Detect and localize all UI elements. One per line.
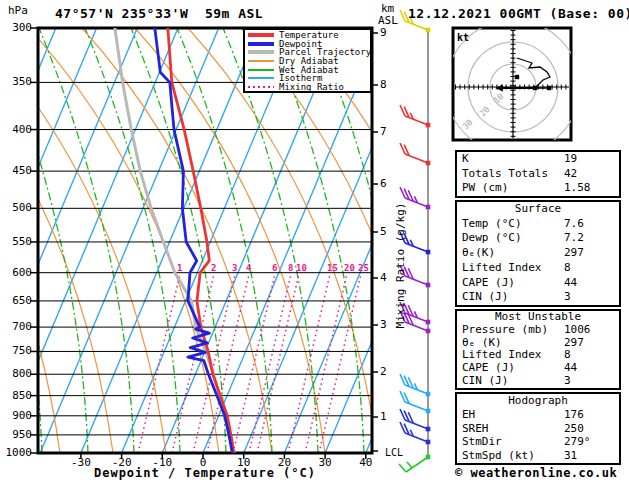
mixing-ratio-label: 10 <box>296 263 307 273</box>
stats-label: StmSpd (kt) <box>462 449 564 463</box>
stats-value: 7.2 <box>564 231 584 246</box>
pressure-tick-label: 900 <box>2 409 32 422</box>
stats-label: Totals Totals <box>462 167 564 182</box>
temp-tick-label: 0 <box>183 456 223 469</box>
temp-tick-label: 40 <box>346 456 386 469</box>
stats-value: 3 <box>564 290 571 305</box>
pressure-tick-label: 450 <box>2 164 32 177</box>
pressure-tick-label: 350 <box>2 75 32 88</box>
km-tick-label: 5 <box>380 225 387 238</box>
stats-value: 3 <box>564 375 571 388</box>
km-tick-label: 2 <box>380 365 387 378</box>
temp-tick-label: -20 <box>102 456 142 469</box>
pressure-tick-label: 650 <box>2 294 32 307</box>
stats-value: 1.58 <box>564 181 591 196</box>
hodograph-panel: 102030kt <box>446 20 580 154</box>
pressure-tick-label: 950 <box>2 428 32 441</box>
copyright-text: © weatheronline.co.uk <box>455 466 617 480</box>
pressure-tick-label: 700 <box>2 320 32 333</box>
stats-row: StmDir279° <box>457 435 619 449</box>
stats-label: Pressure (mb) <box>462 324 564 337</box>
mixing-ratio-label: 6 <box>272 263 277 273</box>
stats-label: StmDir <box>462 435 564 449</box>
pressure-unit-label: hPa <box>8 4 28 17</box>
skewt-sounding-page: 12346810152025102030kt hPa 47°57'N 235°3… <box>0 0 629 486</box>
wind-barb <box>399 455 430 472</box>
legend-swatch <box>248 40 274 48</box>
stats-value: 297 <box>564 246 584 261</box>
stats-row: PW (cm)1.58 <box>457 181 619 196</box>
stats-table: Most UnstablePressure (mb)1006θₑ (K)297L… <box>455 309 621 390</box>
pressure-tick-label: 800 <box>2 367 32 380</box>
stats-row: EH176 <box>457 408 619 422</box>
wind-barb <box>400 105 430 127</box>
km-tick-label: 9 <box>380 26 387 39</box>
temp-tick-label: 10 <box>224 456 264 469</box>
temp-tick-label: 30 <box>305 456 345 469</box>
stats-label: Temp (°C) <box>462 217 564 232</box>
stats-label: CIN (J) <box>462 375 564 388</box>
stats-row: SREH250 <box>457 422 619 436</box>
stats-label: Dewp (°C) <box>462 231 564 246</box>
pressure-tick-label: 550 <box>2 235 32 248</box>
mixing-ratio-label: 2 <box>211 263 216 273</box>
stats-row: Temp (°C)7.6 <box>457 217 619 232</box>
km-tick-label: 6 <box>380 177 387 190</box>
dewpoint-line <box>155 28 233 453</box>
legend-swatch <box>248 57 274 65</box>
lcl-label: LCL <box>385 447 403 458</box>
stats-row: StmSpd (kt)31 <box>457 449 619 463</box>
legend-swatch <box>248 66 274 74</box>
stats-label: EH <box>462 408 564 422</box>
mixing-ratio-label: 8 <box>288 263 293 273</box>
stats-table-header: Hodograph <box>457 394 619 408</box>
stats-label: θₑ(K) <box>462 246 564 261</box>
pressure-tick-label: 400 <box>2 123 32 136</box>
stats-value: 7.6 <box>564 217 584 232</box>
stats-table-header: Surface <box>457 202 619 217</box>
legend-swatch <box>248 31 274 39</box>
stats-row: Lifted Index8 <box>457 261 619 276</box>
run-title: 12.12.2021 00GMT (Base: 00) <box>408 6 629 21</box>
hodograph-marker <box>515 75 519 79</box>
stats-row: Totals Totals42 <box>457 167 619 182</box>
temp-tick-label: 20 <box>264 456 304 469</box>
stats-value: 44 <box>564 276 577 291</box>
legend-label: Mixing Ratio <box>279 83 344 91</box>
mixing-ratio-label: 20 <box>344 263 355 273</box>
stats-value: 250 <box>564 422 584 436</box>
temp-tick-label: -30 <box>61 456 101 469</box>
stats-value: 279° <box>564 435 591 449</box>
legend: TemperatureDewpointParcel TrajectoryDry … <box>243 28 372 93</box>
pressure-tick-label: 300 <box>2 21 32 34</box>
mixing-ratio-label: 15 <box>327 263 338 273</box>
km-tick-label: 7 <box>380 125 387 138</box>
station-title: 47°57'N 235°33'W 59m ASL <box>55 6 263 21</box>
stats-value: 19 <box>564 152 577 167</box>
pressure-tick-label: 850 <box>2 389 32 402</box>
km-tick-label: 1 <box>380 410 387 423</box>
stats-row: Pressure (mb)1006 <box>457 324 619 337</box>
legend-label: Dry Adiabat <box>279 57 339 65</box>
pressure-tick-label: 500 <box>2 201 32 214</box>
stats-table-header: Most Unstable <box>457 311 619 324</box>
km-tick-label: 4 <box>380 271 387 284</box>
mixing-ratio-label: 4 <box>246 263 252 273</box>
stats-label: CIN (J) <box>462 290 564 305</box>
mixing-ratio-label: 3 <box>232 263 237 273</box>
mixing-ratio-label: 1 <box>177 263 182 273</box>
stats-row: θₑ(K)297 <box>457 246 619 261</box>
stats-value: 1006 <box>564 324 591 337</box>
stats-row: Dewp (°C)7.2 <box>457 231 619 246</box>
temp-tick-label: -10 <box>142 456 182 469</box>
stats-row: CIN (J)3 <box>457 375 619 388</box>
pressure-tick-label: 1000 <box>2 446 32 459</box>
stats-label: K <box>462 152 564 167</box>
stats-row: K19 <box>457 152 619 167</box>
legend-swatch <box>248 74 274 82</box>
pressure-tick-label: 750 <box>2 344 32 357</box>
km-tick-label: 3 <box>380 318 387 331</box>
km-tick-label: 8 <box>380 78 387 91</box>
stats-row: CAPE (J)44 <box>457 276 619 291</box>
legend-row: Mixing Ratio <box>248 83 370 92</box>
